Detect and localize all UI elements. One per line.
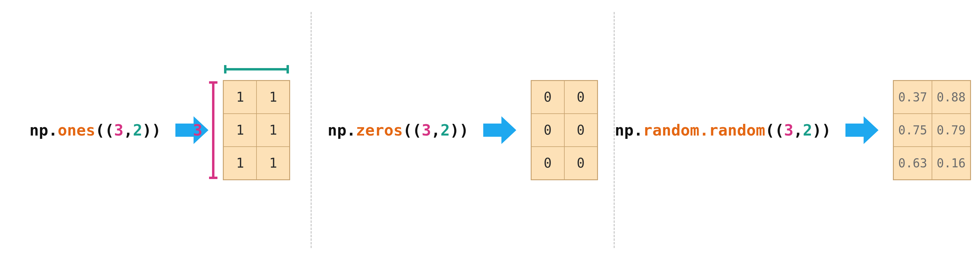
code-close: )) — [450, 121, 469, 139]
code-arg2: 2 — [803, 121, 812, 139]
matrix-random: 0.370.880.750.790.630.16 — [893, 80, 971, 180]
code-open: (( — [403, 121, 422, 139]
code-fn: ones — [58, 121, 95, 139]
code-sep: , — [794, 121, 803, 139]
matrix-random-area: 0.370.880.750.790.630.16 — [893, 80, 971, 180]
panel-random: np.random.random((3,2)) 0.370.880.750.79… — [615, 12, 971, 248]
code-fn: random.random — [643, 121, 765, 139]
matrix-cell: 0 — [531, 147, 564, 180]
matrix-cell: 1 — [256, 114, 290, 147]
code-arg2: 2 — [133, 121, 142, 139]
code-prefix: np. — [328, 121, 356, 139]
matrix-cell: 0 — [564, 114, 597, 147]
svg-marker-8 — [845, 116, 878, 144]
matrix-zeros: 000000 — [531, 80, 598, 180]
matrix-cell: 0 — [531, 81, 564, 114]
matrix-cell: 1 — [256, 147, 290, 180]
code-prefix: np. — [615, 121, 643, 139]
arrow-right-icon — [483, 114, 516, 147]
code-zeros: np.zeros((3,2)) — [328, 121, 469, 139]
code-prefix: np. — [29, 121, 58, 139]
panel-zeros: np.zeros((3,2)) 000000 — [312, 12, 613, 248]
code-arg2: 2 — [441, 121, 450, 139]
code-close: )) — [142, 121, 161, 139]
panel-ones: np.ones((3,2)) 3 111111 — [9, 12, 310, 248]
matrix-cell: 0 — [531, 114, 564, 147]
matrix-ones-area: 3 111111 — [223, 80, 290, 180]
matrix-zeros-area: 000000 — [531, 80, 598, 180]
dim-left-bar: 3 — [193, 80, 219, 180]
matrix-cell: 0.16 — [932, 147, 970, 180]
code-open: (( — [95, 121, 114, 139]
matrix-ones: 111111 — [223, 80, 290, 180]
code-random: np.random.random((3,2)) — [615, 121, 831, 139]
code-arg1: 3 — [114, 121, 123, 139]
matrix-cell: 0.79 — [932, 114, 970, 147]
matrix-cell: 0.88 — [932, 81, 970, 114]
diagram-root: np.ones((3,2)) 3 111111 — [0, 0, 980, 260]
code-sep: , — [431, 121, 440, 139]
code-sep: , — [123, 121, 133, 139]
matrix-cell: 1 — [223, 114, 256, 147]
matrix-cell: 1 — [223, 81, 256, 114]
matrix-cell: 0.75 — [894, 114, 932, 147]
matrix-cell: 1 — [256, 81, 290, 114]
code-arg1: 3 — [422, 121, 431, 139]
matrix-cell: 0.37 — [894, 81, 932, 114]
code-ones: np.ones((3,2)) — [29, 121, 161, 139]
matrix-cell: 0 — [564, 81, 597, 114]
matrix-cell: 0.63 — [894, 147, 932, 180]
arrow-right-icon — [845, 114, 878, 147]
code-open: (( — [765, 121, 784, 139]
matrix-cell: 0 — [564, 147, 597, 180]
matrix-cell: 1 — [223, 147, 256, 180]
code-close: )) — [812, 121, 831, 139]
svg-marker-7 — [483, 116, 516, 144]
code-arg1: 3 — [784, 121, 793, 139]
dim-top-bar — [223, 63, 290, 75]
code-fn: zeros — [356, 121, 403, 139]
dim-left-label: 3 — [193, 121, 202, 139]
